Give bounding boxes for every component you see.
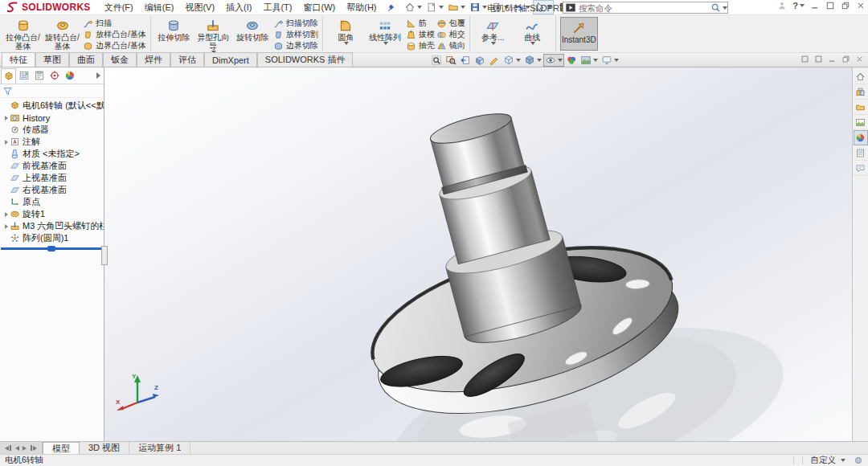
intersect-button[interactable]: 相交 <box>436 29 465 40</box>
previous-tab-button[interactable] <box>15 446 19 451</box>
new-document-button[interactable] <box>424 0 445 14</box>
doc-minimize-icon[interactable] <box>828 55 837 63</box>
view-tool-button[interactable] <box>522 54 543 67</box>
part-model[interactable] <box>104 67 852 441</box>
expand-arrow-icon[interactable] <box>2 140 10 145</box>
view-tool-button[interactable] <box>579 54 600 67</box>
view-tool-button[interactable] <box>502 54 522 67</box>
open-button[interactable] <box>446 0 467 14</box>
menu-item[interactable]: 文件(F) <box>99 2 139 12</box>
menu-item[interactable]: 插入(I) <box>220 2 257 12</box>
custom-status-dropdown[interactable]: 自定义 <box>811 455 846 466</box>
tree-item[interactable]: 右视基准面 <box>0 184 104 196</box>
task-pane-button[interactable] <box>854 84 868 100</box>
boundary-cut-button[interactable]: 边界切除 <box>273 40 318 51</box>
tree-item[interactable]: 上视基准面 <box>0 172 104 184</box>
menu-item[interactable]: 帮助(H) <box>341 2 382 12</box>
task-pane-button[interactable] <box>854 161 868 176</box>
display-pane-splitter[interactable] <box>101 246 108 265</box>
view-tool-button[interactable] <box>600 54 620 67</box>
tree-item[interactable]: 注解 <box>0 136 104 148</box>
sweep-cut-button[interactable]: 扫描切除 <box>273 18 318 29</box>
document-tab[interactable]: 运动算例 1 <box>129 442 190 454</box>
tree-item[interactable]: 前视基准面 <box>0 160 104 172</box>
command-tab[interactable]: 特征 <box>2 52 35 67</box>
document-tab[interactable]: 模型 <box>43 442 80 454</box>
search-input[interactable] <box>579 3 710 13</box>
tree-item[interactable]: History <box>0 112 104 124</box>
tree-item[interactable]: 旋转1 <box>0 208 104 220</box>
tab-feature-manager[interactable] <box>1 68 16 84</box>
reference-geometry-button[interactable]: 参考... <box>474 17 512 51</box>
expand-arrow-icon[interactable] <box>2 212 10 217</box>
view-tool-button[interactable] <box>444 54 458 67</box>
search-scope-icon[interactable] <box>564 2 577 13</box>
draft-button[interactable]: 拔模 <box>406 29 435 40</box>
minimize-button[interactable] <box>810 1 820 10</box>
command-tab[interactable]: 草图 <box>35 52 69 67</box>
user-account-icon[interactable] <box>777 1 787 10</box>
command-tab[interactable]: 评估 <box>170 52 204 67</box>
command-tab[interactable]: DimXpert <box>204 52 257 67</box>
sweep-button[interactable]: 扫描 <box>83 18 146 29</box>
view-tool-button[interactable] <box>564 54 579 67</box>
last-tab-button[interactable] <box>30 445 37 451</box>
tab-configuration-manager[interactable] <box>31 68 47 84</box>
view-tool-button[interactable] <box>487 54 502 67</box>
globe-status-icon[interactable] <box>854 456 863 465</box>
rollback-bar[interactable] <box>1 247 102 250</box>
tab-property-manager[interactable] <box>16 68 31 84</box>
fillet-button[interactable]: 圆角 <box>327 17 365 51</box>
next-tab-button[interactable] <box>23 446 27 451</box>
search-dropdown-caret[interactable] <box>723 6 727 10</box>
extrude-boss-button[interactable]: 拉伸凸台/基体 <box>4 17 42 51</box>
tree-item[interactable]: M3 六角凹头螺钉的柱形沉... <box>0 220 104 232</box>
view-tool-button[interactable] <box>458 54 473 67</box>
tab-dimxpert-manager[interactable] <box>47 68 62 84</box>
boundary-boss-button[interactable]: 边界凸台/基体 <box>83 40 146 51</box>
help-button[interactable]: ? <box>792 1 805 10</box>
view-tool-button[interactable] <box>429 54 444 67</box>
command-tab[interactable]: 曲面 <box>69 52 103 67</box>
view-tool-button[interactable] <box>473 54 487 67</box>
command-tab[interactable]: 焊件 <box>137 52 170 67</box>
task-pane-button[interactable] <box>854 69 868 84</box>
revolve-boss-button[interactable]: 旋转凸台/基体 <box>43 17 81 51</box>
loft-button[interactable]: 放样凸台/基体 <box>83 29 146 40</box>
doc-close-icon[interactable] <box>855 55 864 63</box>
doc-maximize-icon[interactable] <box>800 55 809 63</box>
doc-restore-icon[interactable] <box>841 55 850 63</box>
menu-item[interactable]: 窗口(W) <box>298 2 342 12</box>
menu-item[interactable]: 视图(V) <box>179 2 220 12</box>
filter-icon[interactable] <box>2 86 13 96</box>
save-button[interactable] <box>468 0 489 14</box>
doc-tile-icon[interactable] <box>814 55 823 63</box>
expand-pane-chevron-icon[interactable] <box>96 72 100 79</box>
rib-button[interactable]: 筋 <box>406 18 435 29</box>
first-tab-button[interactable] <box>5 445 12 451</box>
view-tool-button[interactable] <box>543 54 564 67</box>
task-pane-button[interactable] <box>854 145 868 161</box>
hole-wizard-button[interactable]: 异型孔向导 <box>194 17 232 51</box>
tree-item[interactable]: 传感器 <box>0 124 104 136</box>
graphics-viewport[interactable]: Y X Z <box>104 67 852 441</box>
extrude-cut-button[interactable]: 拉伸切除 <box>155 17 193 51</box>
expand-arrow-icon[interactable] <box>2 116 10 121</box>
tree-item[interactable]: 阵列(圆周)1 <box>0 232 104 244</box>
restore-button[interactable] <box>841 1 850 10</box>
close-button[interactable] <box>856 1 866 10</box>
pin-icon[interactable] <box>386 2 396 13</box>
task-pane-button[interactable] <box>854 100 868 115</box>
mirror-button[interactable]: 镜向 <box>436 40 465 51</box>
tree-item[interactable]: 材质 <未指定> <box>0 148 104 160</box>
command-tab[interactable]: SOLIDWORKS 插件 <box>257 52 354 67</box>
loft-cut-button[interactable]: 放样切割 <box>273 29 318 40</box>
task-pane-button[interactable] <box>854 130 868 145</box>
instant3d-button[interactable]: Instant3D <box>560 17 598 51</box>
wrap-button[interactable]: 包覆 <box>436 18 465 29</box>
search-icon[interactable] <box>710 2 721 13</box>
tree-item[interactable]: 原点 <box>0 196 104 208</box>
maximize-button[interactable] <box>825 1 835 10</box>
document-tab[interactable]: 3D 视图 <box>80 442 129 454</box>
curves-button[interactable]: 曲线 <box>514 17 551 51</box>
